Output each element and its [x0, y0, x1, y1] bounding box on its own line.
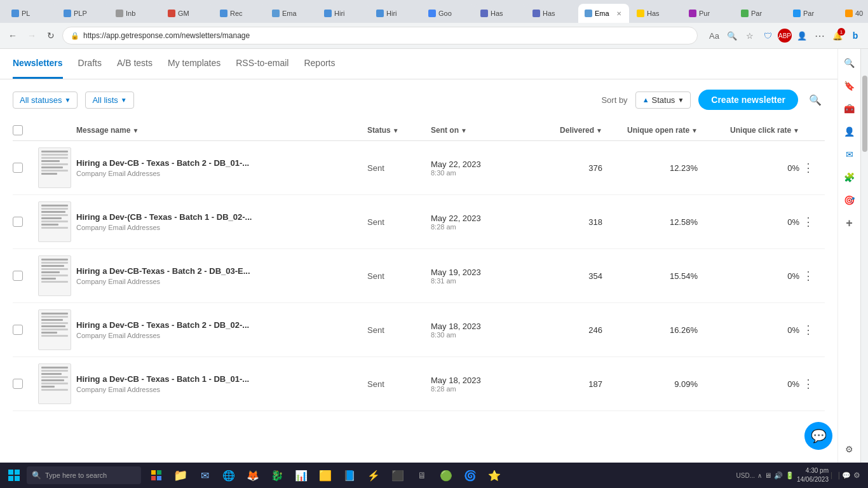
taskbar-app-1[interactable] [145, 464, 168, 487]
taskbar-app-12[interactable]: 🖥 [410, 464, 433, 487]
row-3-more-button[interactable]: ⋮ [799, 321, 825, 339]
taskbar-app-6[interactable]: 🐉 [266, 464, 288, 487]
select-all-checkbox[interactable] [13, 125, 38, 135]
row-0-checkbox[interactable] [13, 163, 38, 173]
address-bar[interactable]: 🔒 https://app.getresponse.com/newsletter… [62, 27, 698, 44]
taskbar-app-3[interactable]: ✉ [193, 464, 216, 487]
browser-tab-5[interactable]: Rec [214, 4, 264, 23]
row-1-more-button[interactable]: ⋮ [799, 213, 825, 231]
start-button[interactable] [3, 464, 25, 487]
taskbar-app-7[interactable]: 📊 [290, 464, 313, 487]
back-button[interactable]: ← [5, 28, 20, 43]
search-icon[interactable]: 🔍 [806, 90, 825, 109]
browser-tab-4[interactable]: GM [161, 4, 212, 23]
create-newsletter-button[interactable]: Create newsletter [698, 90, 798, 110]
tab-close-icon[interactable]: ✕ [615, 10, 623, 17]
sidebar-person-icon[interactable]: 👤 [841, 123, 858, 140]
sort-status-button[interactable]: ▲ Status ▼ [635, 92, 691, 109]
browser-tab-14[interactable]: Pur [682, 4, 733, 23]
settings-icon[interactable]: ⚙ [853, 471, 860, 480]
taskbar-app-14[interactable]: 🌀 [459, 464, 482, 487]
browser-tab-7[interactable]: Hiri [318, 4, 369, 23]
browser-tab-16[interactable]: Par [787, 4, 837, 23]
row-1-message-name[interactable]: Hiring a Dev-(CB - Texas - Batch 1 - DB_… [76, 212, 367, 222]
currency-indicator[interactable]: USD... [736, 472, 754, 479]
row-2-message-name[interactable]: Hiring a Dev-CB-Texas - Batch 2 - DB_03-… [76, 266, 367, 276]
menu-icon[interactable]: ⋯ [812, 28, 827, 43]
browser-tab-3[interactable]: Inb [109, 4, 160, 23]
taskbar-app-4[interactable]: 🌐 [217, 464, 240, 487]
row-2-more-button[interactable]: ⋮ [799, 267, 825, 285]
bing-icon[interactable]: b [848, 28, 863, 43]
tray-chevron-icon[interactable]: ∧ [757, 472, 762, 479]
table-delivered-header[interactable]: Delivered ▼ [532, 126, 602, 135]
favorites-icon[interactable]: ☆ [742, 28, 757, 43]
sidebar-bookmark-icon[interactable]: 🔖 [841, 77, 858, 95]
table-name-header[interactable]: Message name ▼ [76, 126, 367, 135]
row-4-message-name[interactable]: Hiring a Dev-CB - Texas - Batch 1 - DB_0… [76, 374, 367, 384]
sidebar-settings-icon[interactable]: ⚙ [841, 440, 858, 458]
browser-tab-9[interactable]: Goo [422, 4, 473, 23]
taskbar-app-9[interactable]: 📘 [338, 464, 361, 487]
taskbar-app-5[interactable]: 🦊 [241, 464, 264, 487]
status-filter-button[interactable]: All statuses ▼ [13, 92, 78, 109]
reading-mode-icon[interactable]: Aa [707, 28, 722, 43]
shield-icon[interactable]: 🛡 [760, 28, 775, 43]
row-1-checkbox[interactable] [13, 217, 38, 227]
taskbar-app-8[interactable]: 🟨 [314, 464, 337, 487]
chat-fab-button[interactable]: 💬 [804, 422, 832, 450]
browser-tab-8[interactable]: Hiri [370, 4, 421, 23]
table-open-header[interactable]: Unique open rate ▼ [602, 126, 698, 135]
sidebar-outlook-icon[interactable]: ✉ [841, 146, 858, 163]
show-desktop-icon[interactable]: ▕ [831, 472, 839, 479]
tab-drafts[interactable]: Drafts [78, 49, 102, 79]
row-3-checkbox[interactable] [13, 325, 38, 335]
sidebar-search-icon[interactable]: 🔍 [841, 54, 858, 72]
sidebar-tools-icon[interactable]: 🧰 [841, 100, 858, 118]
row-4-checkbox[interactable] [13, 379, 38, 389]
row-0-message-name[interactable]: Hiring a Dev-CB - Texas - Batch 2 - DB_0… [76, 158, 367, 168]
table-status-header[interactable]: Status ▼ [367, 126, 431, 135]
taskbar-search[interactable]: 🔍 Type here to search [27, 466, 141, 484]
taskbar-clock[interactable]: 4:30 pm 14/06/2023 [797, 466, 829, 484]
browser-tab-13[interactable]: Has [630, 4, 681, 23]
tray-network-icon[interactable]: 🖥 [764, 471, 771, 479]
browser-tab-15[interactable]: Par [735, 4, 785, 23]
forward-button[interactable]: → [24, 28, 39, 43]
taskbar-app-15[interactable]: ⭐ [483, 464, 506, 487]
taskbar-app-10[interactable]: ⚡ [362, 464, 385, 487]
scrollbar-thumb[interactable] [862, 76, 867, 152]
table-click-header[interactable]: Unique click rate ▼ [698, 126, 799, 135]
page-scrollbar[interactable] [860, 49, 868, 463]
list-filter-button[interactable]: All lists ▼ [85, 92, 133, 109]
avatar-icon[interactable]: 👤 [794, 28, 810, 43]
taskbar-app-2[interactable]: 📁 [169, 464, 192, 487]
browser-tab-11[interactable]: Has [526, 4, 577, 23]
tab-reports[interactable]: Reports [304, 49, 335, 79]
tray-battery-icon[interactable]: 🔋 [785, 471, 794, 480]
extension-icon[interactable]: ABP [778, 29, 792, 43]
sidebar-plus-icon[interactable]: + [841, 214, 858, 232]
refresh-button[interactable]: ↻ [43, 28, 58, 43]
table-sent-header[interactable]: Sent on ▼ [431, 126, 532, 135]
notification-center-icon[interactable]: 💬 [842, 471, 851, 480]
browser-tab-active[interactable]: Ema ✕ [578, 4, 629, 23]
row-3-message-name[interactable]: Hiring a Dev-CB - Texas - Batch 2 - DB_0… [76, 320, 367, 330]
tray-volume-icon[interactable]: 🔊 [774, 471, 783, 480]
zoom-icon[interactable]: 🔍 [724, 28, 740, 43]
row-2-checkbox[interactable] [13, 271, 38, 281]
row-0-more-button[interactable]: ⋮ [799, 159, 825, 177]
taskbar-app-13[interactable]: 🟢 [435, 464, 458, 487]
tab-my-templates[interactable]: My templates [168, 49, 220, 79]
tab-newsletters[interactable]: Newsletters [13, 49, 63, 79]
browser-tab-1[interactable]: PL [5, 4, 56, 23]
tab-rss-to-email[interactable]: RSS-to-email [236, 49, 288, 79]
taskbar-app-11[interactable]: ⬛ [386, 464, 409, 487]
tab-ab-tests[interactable]: A/B tests [117, 49, 153, 79]
sidebar-games-icon[interactable]: 🎯 [841, 191, 858, 209]
row-4-more-button[interactable]: ⋮ [799, 375, 825, 393]
browser-tab-17[interactable]: 40 [839, 4, 868, 23]
browser-tab-10[interactable]: Has [474, 4, 525, 23]
browser-tab-6[interactable]: Ema [266, 4, 316, 23]
browser-tab-2[interactable]: PLP [57, 4, 108, 23]
